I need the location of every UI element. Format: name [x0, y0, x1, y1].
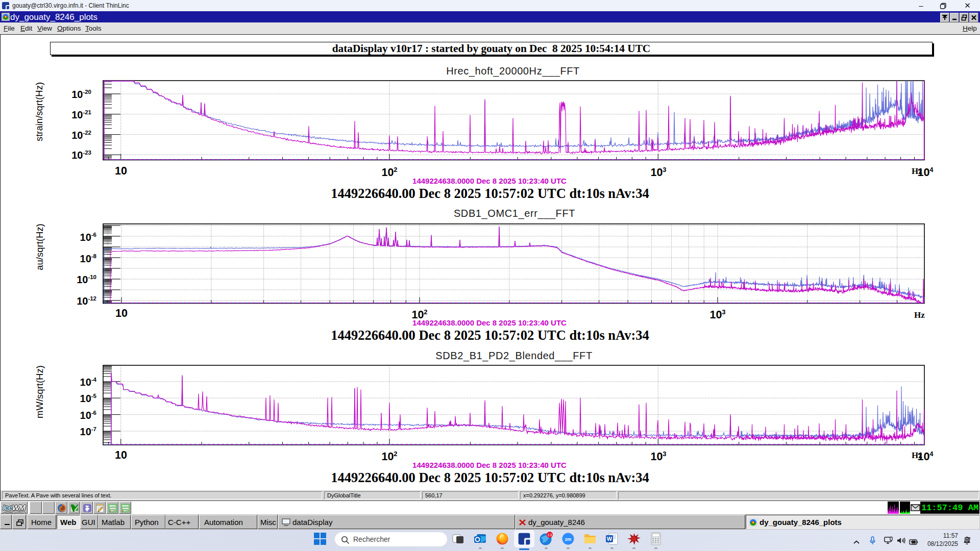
svg-text:zm: zm — [565, 537, 572, 542]
svg-text:z: z — [969, 536, 971, 540]
svg-text:13: 13 — [548, 533, 552, 537]
svg-text:z: z — [966, 538, 967, 541]
svg-text:W: W — [607, 536, 612, 542]
